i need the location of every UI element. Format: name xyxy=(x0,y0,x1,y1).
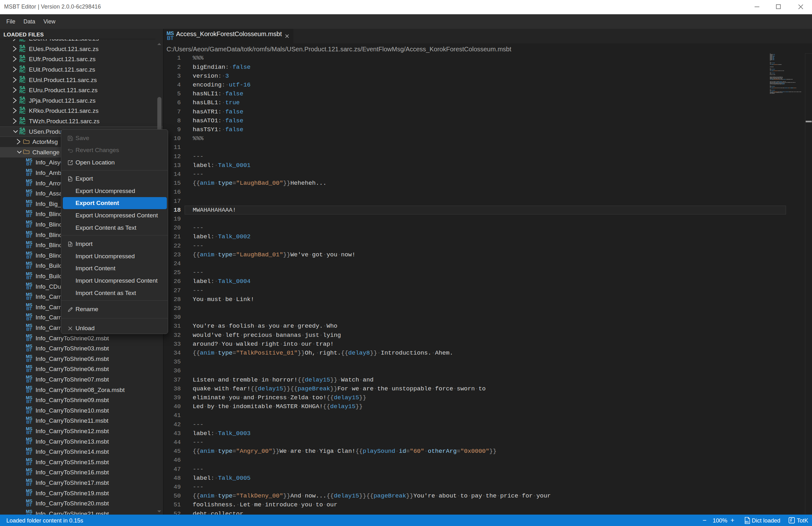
svg-text:01: 01 xyxy=(745,520,749,524)
